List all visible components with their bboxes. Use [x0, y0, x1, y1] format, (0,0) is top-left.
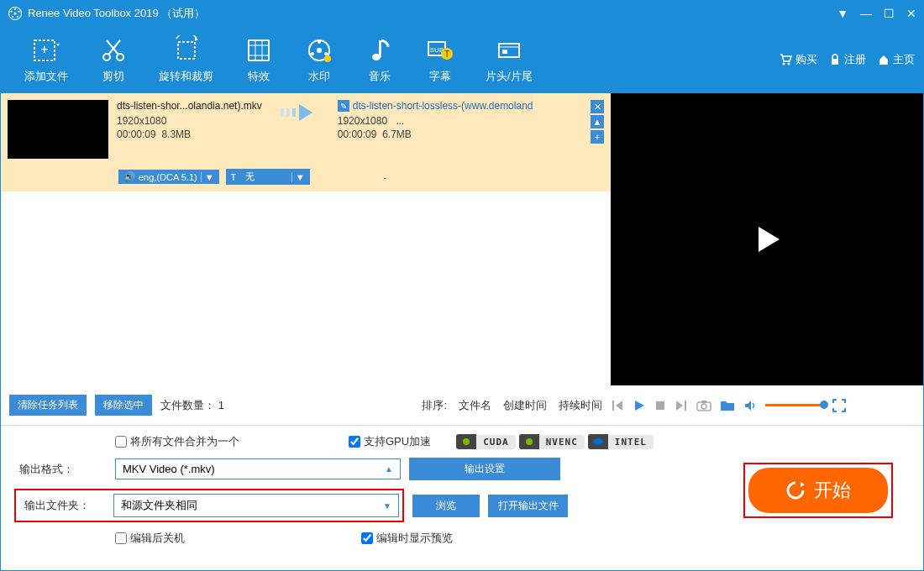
gpu-checkbox[interactable]: 支持GPU加速: [349, 434, 431, 449]
cuda-badge: CUDA: [456, 434, 516, 449]
toolbar-effects[interactable]: 特效: [228, 35, 289, 84]
conversion-arrow-icon: [270, 100, 329, 125]
subtitle-track-tag[interactable]: T 无▼: [226, 169, 310, 185]
svg-line-12: [107, 40, 118, 55]
audio-track-tag[interactable]: 🔊eng,(DCA 5.1)▼: [118, 170, 219, 184]
register-link[interactable]: 注册: [829, 52, 866, 67]
svg-rect-26: [379, 40, 381, 57]
dropdown-icon[interactable]: ▼: [837, 7, 848, 20]
open-folder-button[interactable]: [720, 399, 735, 412]
home-link[interactable]: 主页: [878, 52, 915, 67]
svg-rect-39: [292, 108, 296, 117]
sort-duration[interactable]: 持续时间: [559, 398, 602, 413]
svg-point-21: [318, 40, 321, 44]
svg-rect-38: [286, 108, 290, 117]
browse-button[interactable]: 浏览: [412, 495, 480, 517]
preview-panel[interactable]: [611, 93, 923, 385]
maximize-button[interactable]: ☐: [884, 7, 895, 20]
toolbar-cut[interactable]: 剪切: [83, 35, 144, 84]
remove-selected-button[interactable]: 移除选中: [95, 395, 152, 416]
fullscreen-button[interactable]: [832, 399, 846, 412]
edit-icon[interactable]: ✎: [338, 100, 349, 112]
svg-rect-13: [178, 42, 195, 59]
toolbar-intro-outro[interactable]: 片头/片尾: [470, 35, 548, 84]
toolbar-rotate-crop[interactable]: 旋转和裁剪: [144, 35, 228, 84]
output-settings-button[interactable]: 输出设置: [409, 458, 560, 480]
volume-icon[interactable]: [743, 399, 757, 412]
cart-icon: [779, 53, 792, 66]
open-output-button[interactable]: 打开输出文件: [488, 495, 568, 517]
svg-point-48: [593, 438, 603, 445]
snapshot-button[interactable]: [696, 399, 711, 412]
svg-point-6: [10, 11, 12, 13]
svg-point-35: [788, 63, 790, 65]
task-move-up-button[interactable]: ▲: [591, 115, 604, 128]
svg-rect-36: [832, 59, 838, 65]
toolbar-music[interactable]: 音乐: [349, 35, 410, 84]
next-button[interactable]: [675, 399, 688, 412]
merge-checkbox[interactable]: 将所有文件合并为一个: [115, 434, 239, 449]
file-count: 1: [218, 399, 224, 411]
titlebar: Renee Video Toolbox 2019 （试用） ▼ — ☐ ✕: [1, 1, 923, 26]
svg-rect-45: [701, 401, 706, 403]
task-remove-button[interactable]: ✕: [591, 100, 604, 113]
svg-point-24: [324, 55, 331, 62]
svg-point-2: [14, 8, 16, 10]
start-button[interactable]: 开始: [748, 468, 888, 513]
toolbar-add-file[interactable]: + 添加文件: [9, 35, 83, 84]
refresh-icon: [785, 480, 806, 500]
controls-bar: 清除任务列表 移除选中 文件数量： 1 排序: 文件名 创建时间 持续时间: [1, 385, 923, 426]
svg-rect-40: [612, 401, 614, 411]
svg-rect-31: [499, 44, 519, 57]
preview-checkbox[interactable]: 编辑时显示预览: [361, 531, 453, 546]
output-format-label: 输出格式：: [14, 462, 107, 477]
bottom-panel: 将所有文件合并为一个 支持GPU加速 CUDA NVENC INTEL 输出格式…: [1, 426, 923, 554]
task-list: dts-listen-shor...olandia.net).mkv 1920x…: [1, 93, 611, 385]
svg-point-34: [783, 63, 785, 65]
sort-filename[interactable]: 文件名: [459, 398, 491, 413]
play-button[interactable]: [633, 399, 646, 412]
svg-rect-14: [249, 40, 269, 60]
output-format-dropdown[interactable]: MKV Video (*.mkv)▲: [115, 458, 401, 479]
file-count-label: 文件数量：: [160, 399, 215, 411]
svg-rect-37: [281, 108, 284, 117]
close-button[interactable]: ✕: [906, 7, 916, 20]
svg-point-23: [311, 52, 314, 55]
home-icon: [878, 54, 890, 65]
svg-point-22: [324, 52, 328, 55]
svg-line-11: [108, 40, 120, 55]
dest-filename: dts-listen-short-lossless-(www.demoland: [353, 100, 533, 112]
task-dest-info: ✎dts-listen-short-lossless-(www.demoland…: [338, 100, 533, 140]
stop-button[interactable]: [654, 400, 666, 411]
sort-created[interactable]: 创建时间: [503, 398, 547, 413]
output-folder-dropdown[interactable]: 和源文件夹相同▼: [113, 494, 399, 517]
intro-icon: [494, 35, 524, 65]
minimize-button[interactable]: —: [860, 7, 872, 20]
effects-icon: [244, 35, 274, 65]
clear-list-button[interactable]: 清除任务列表: [9, 395, 87, 416]
svg-point-4: [17, 16, 18, 18]
svg-point-47: [526, 438, 533, 445]
sort-label: 排序:: [422, 398, 447, 413]
svg-point-5: [12, 16, 13, 18]
watermark-icon: [304, 35, 334, 65]
intel-badge: INTEL: [588, 434, 654, 449]
svg-text:+: +: [40, 42, 48, 56]
buy-link[interactable]: 购买: [779, 52, 817, 67]
toolbar-watermark[interactable]: 水印: [289, 35, 349, 84]
main-toolbar: + 添加文件 剪切 旋转和裁剪 特效 水印 音乐 SUBT 字幕 片头/片尾 购…: [1, 26, 923, 93]
volume-slider[interactable]: [765, 404, 824, 406]
task-tags: 🔊eng,(DCA 5.1)▼ T 无▼ -: [1, 165, 611, 191]
shutdown-checkbox[interactable]: 编辑后关机: [115, 531, 185, 546]
prev-button[interactable]: [611, 399, 624, 412]
subtitle-icon: SUBT: [425, 35, 455, 65]
toolbar-subtitle[interactable]: SUBT 字幕: [410, 35, 470, 84]
task-row[interactable]: dts-listen-shor...olandia.net).mkv 1920x…: [1, 93, 611, 165]
task-source-info: dts-listen-shor...olandia.net).mkv 1920x…: [117, 100, 262, 140]
nvenc-badge: NVENC: [519, 434, 585, 449]
task-add-button[interactable]: +: [591, 130, 604, 144]
svg-point-44: [701, 404, 706, 409]
svg-rect-41: [656, 401, 664, 410]
window-title: Renee Video Toolbox 2019 （试用）: [28, 6, 837, 21]
play-icon: [750, 223, 784, 256]
